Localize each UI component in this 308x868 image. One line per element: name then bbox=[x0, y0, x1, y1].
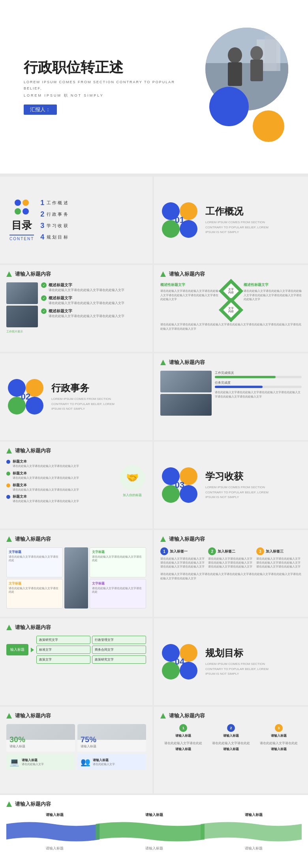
svg-rect-6 bbox=[228, 62, 242, 86]
stat-label-2: 请输入标题 bbox=[81, 744, 143, 749]
header-icon-8b bbox=[160, 713, 166, 719]
row-4: 02 行政事务 LOREM IPSUM COMES FROM SECTION C… bbox=[0, 353, 308, 440]
section4-title: 规划目标 bbox=[205, 647, 276, 659]
prog-label-1: 工作完成情况 bbox=[215, 371, 302, 375]
stat-img-bg-1 bbox=[6, 724, 75, 740]
content-title-8a: 请输入标题内容 bbox=[15, 712, 51, 719]
cover-subtitle2: LOREM IPSUM 职 NOT SIMPLY bbox=[24, 93, 182, 98]
text-card-2: 文字标题 请在此处输入文字请在此处输入文字请在此处 bbox=[90, 547, 146, 577]
row-7: 请输入标题内容 输入标题 政策研究文字 行政管理文字 标准文字 商务合同文字 政… bbox=[0, 618, 308, 705]
img-stack: 工作照片展示 bbox=[6, 282, 38, 334]
num-label-3: 加入标签三 bbox=[266, 549, 284, 554]
tc-title-1: 文字标题 bbox=[9, 550, 60, 554]
tl-text-1: 标题文本 请在此处输入文字请在此处输入文字请在此处输入文字 bbox=[13, 459, 79, 468]
content-header-8a: 请输入标题内容 bbox=[6, 712, 146, 719]
check-desc-1: 请在此处输入文字请在此处输入文字请在此处输入文字 bbox=[49, 288, 124, 292]
gl-title-2: 请输入标题 bbox=[208, 734, 254, 738]
row-3: 请输入标题内容 工作照片展示 ✓ 概述标题文字 请在此处输入文字请在此处输入文字… bbox=[0, 265, 308, 352]
grid-labels-bottom: 请在此处输入文字请在此处 请输入标题 请在此处输入文字请在此处 请输入标题 请在… bbox=[160, 741, 302, 751]
svg-rect-8 bbox=[250, 60, 263, 81]
wave-shapes bbox=[6, 820, 302, 844]
slide-grid-labels: 请输入标题内容 1 请输入标题 2 请输入标题 3 请输入标题 bbox=[154, 707, 308, 793]
section1-flower: 01 bbox=[162, 202, 197, 238]
content-title-8b: 请输入标题内容 bbox=[169, 712, 205, 719]
content-header-7a: 请输入标题内容 bbox=[6, 624, 146, 631]
handshake-label: 加入你的标题 bbox=[123, 493, 142, 497]
cover-subtitle1: LOREM IPSUM COMES FROM SECTION CONTRARY … bbox=[24, 79, 182, 91]
flow-item-5: 政策文字 bbox=[36, 655, 90, 664]
content-header-6b: 请输入标题内容 bbox=[160, 536, 302, 543]
gl-title-6: 请输入标题 bbox=[255, 747, 302, 751]
num-header-1: 1 加入标签一 bbox=[160, 547, 206, 555]
text-card-grid: 文字标题 请在此处输入文字请在此处输入文字请在此处 文字标题 请在此处输入文字请… bbox=[6, 547, 146, 609]
tl-text-3: 标题文本 请在此处输入文字请在此处输入文字请在此处输入文字 bbox=[13, 483, 79, 492]
toc-item-2: 2 行 政 事 务 bbox=[40, 210, 143, 218]
section3-flower: 03 bbox=[162, 467, 197, 503]
content-header-8b: 请输入标题内容 bbox=[160, 712, 302, 719]
timeline-list: 标题文本 请在此处输入文字请在此处输入文字请在此处输入文字 标题文本 请在此处输… bbox=[6, 459, 115, 503]
slide-section3: 03 学习收获 LOREM IPSUM COMES FROM SECTION C… bbox=[154, 442, 308, 528]
handshake-icon: 🤝 bbox=[120, 465, 145, 491]
gl-4: 请在此处输入文字请在此处 请输入标题 bbox=[160, 741, 207, 751]
gl-title-1: 请输入标题 bbox=[160, 734, 207, 738]
row-5: 请输入标题内容 标题文本 请在此处输入文字请在此处输入文字请在此处输入文字 bbox=[0, 442, 308, 528]
content-title-5a: 请输入标题内容 bbox=[15, 447, 51, 454]
header-icon-3a bbox=[6, 271, 12, 277]
numbered-cols: 1 加入标签一 请在此处输入文字请在此处输入文字请在此处输入文字请在此处输入文字… bbox=[160, 547, 302, 568]
wave-svg bbox=[6, 820, 302, 844]
diamond-title-2: 概述性标题文字 bbox=[244, 282, 302, 287]
img-caption: 工作照片展示 bbox=[6, 329, 38, 334]
tc-title-4: 文字标题 bbox=[92, 581, 144, 586]
row-6: 请输入标题内容 文字标题 请在此处输入文字请在此处输入文字请在此处 文字标题 请… bbox=[0, 530, 308, 617]
stat-card-4: 👥 请输入标题 请在此处输入文字 bbox=[77, 754, 146, 770]
section3-desc: LOREM IPSUM COMES FROM SECTION CONTRARY … bbox=[205, 485, 276, 500]
stat-card-3: 💻 请输入标题 请在此处输入文字 bbox=[6, 754, 75, 770]
prog-2: 任务完成度 bbox=[215, 381, 302, 388]
check-text-3: 概述标题文字 请在此处输入文字请在此处输入文字请在此处输入文字 bbox=[49, 308, 124, 318]
slide-toc: 目录 CONTENT 1 工 作 概 述 2 行 政 事 务 3 学 习 收 获… bbox=[0, 177, 154, 263]
gl-3: 3 请输入标题 bbox=[255, 724, 302, 738]
header-icon-4b bbox=[160, 360, 166, 365]
slide-check-content: 请输入标题内容 工作照片展示 ✓ 概述标题文字 请在此处输入文字请在此处输入文字… bbox=[0, 265, 154, 352]
header-icon-5a bbox=[6, 448, 12, 454]
stat-desc-3: 请在此处输入文字 bbox=[22, 762, 44, 766]
content-3a-body: 工作照片展示 ✓ 概述标题文字 请在此处输入文字请在此处输入文字请在此处输入文字… bbox=[6, 282, 146, 334]
prog-fill-1 bbox=[215, 376, 276, 378]
gl-badge-1: 1 bbox=[179, 724, 187, 732]
content-title-9: 请输入标题内容 bbox=[15, 801, 51, 808]
prog-bar-bg-1 bbox=[215, 376, 302, 378]
stat-text-3: 请输入标题 请在此处输入文字 bbox=[22, 758, 44, 766]
content-header-3a: 请输入标题内容 bbox=[6, 271, 146, 278]
tc-title-3: 文字标题 bbox=[9, 581, 60, 586]
img-placeholder-2 bbox=[6, 306, 38, 327]
content-header-5a: 请输入标题内容 bbox=[6, 447, 146, 454]
wave-content: 请输入标题 请输入标题 请输入标题 请输入标题 请输入标题 请输入标题 bbox=[6, 812, 302, 851]
slide-section2: 02 行政事务 LOREM IPSUM COMES FROM SECTION C… bbox=[0, 353, 154, 440]
slide-numbered-list: 请输入标题内容 1 加入标签一 请在此处输入文字请在此处输入文字请在此处输入文字… bbox=[154, 530, 308, 617]
diamond-shape-2: 文字内容 bbox=[222, 301, 240, 319]
num-text-3: 请在此处输入文字请在此处输入文字请在此处输入文字请在此处输入文字请在此处输入文字… bbox=[256, 557, 302, 568]
tl-dot-4 bbox=[6, 495, 10, 499]
section2-desc: LOREM IPSUM COMES FROM SECTION CONTRARY … bbox=[51, 397, 122, 412]
flow-item-4: 商务合同文字 bbox=[92, 646, 146, 654]
num-col-1: 1 加入标签一 请在此处输入文字请在此处输入文字请在此处输入文字请在此处输入文字… bbox=[160, 547, 206, 568]
prog-fill-2 bbox=[215, 386, 263, 388]
center-photo bbox=[64, 547, 88, 609]
tl-dot-3 bbox=[6, 483, 10, 487]
photo-2 bbox=[160, 394, 212, 416]
slide-wave: 请输入标题内容 请输入标题 请输入标题 请输入标题 请输入标题 请输入标题 请输 bbox=[0, 795, 308, 868]
wave-label-3: 请输入标题 bbox=[205, 812, 302, 818]
diamond-desc-2: 请在此处输入文字请在此处输入文字请在此处输入文字请在此处输入文字请在此处输入文字… bbox=[244, 289, 302, 302]
tc-desc-1: 请在此处输入文字请在此处输入文字请在此处 bbox=[9, 555, 60, 562]
cover-decoration bbox=[182, 24, 292, 150]
toc-item-4: 4 规 划 目 标 bbox=[40, 233, 143, 241]
progress-section: 工作完成情况 任务完成度 请在此处输入文字请在此处输入文字请在此处输入文字请在此… bbox=[215, 371, 302, 416]
check-icon-2: ✓ bbox=[41, 295, 47, 301]
slide-timeline: 请输入标题内容 标题文本 请在此处输入文字请在此处输入文字请在此处输入文字 bbox=[0, 442, 154, 528]
content-header-4b: 请输入标题内容 bbox=[160, 359, 302, 366]
stat-icon-4: 👥 bbox=[81, 757, 90, 767]
timeline-handshake: 标题文本 请在此处输入文字请在此处输入文字请在此处输入文字 标题文本 请在此处输… bbox=[6, 459, 146, 503]
flow-item-3: 标准文字 bbox=[36, 646, 90, 654]
gl-title-3: 请输入标题 bbox=[255, 734, 302, 738]
stat-card-2: 75% 请输入标题 bbox=[77, 724, 146, 752]
